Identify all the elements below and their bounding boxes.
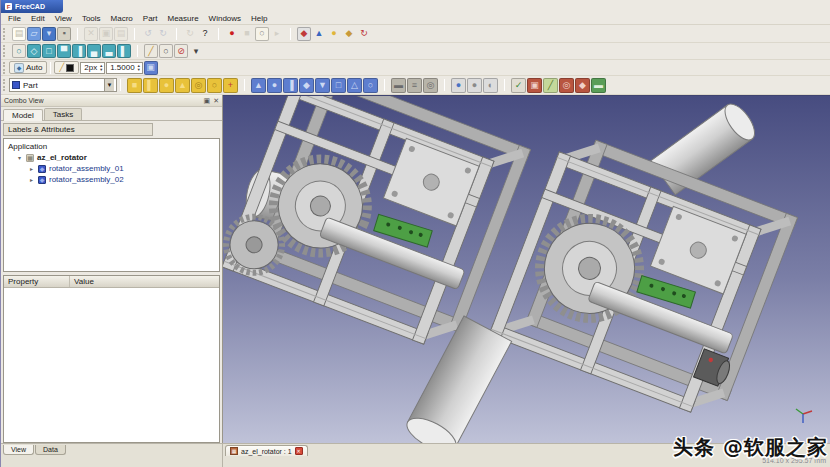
- part-ruled-surface-icon[interactable]: □: [331, 78, 346, 93]
- labels-attributes-header[interactable]: Labels & Attributes: [3, 123, 153, 136]
- box-zoom-icon[interactable]: ○: [159, 44, 173, 58]
- tree-item-assembly-02[interactable]: ▸ ◆ rotator_assembly_02: [4, 174, 219, 185]
- part-tube-icon[interactable]: ○: [207, 78, 222, 93]
- document-tab[interactable]: ▦ az_el_rotator : 1 ✕: [225, 445, 308, 456]
- part-box-icon[interactable]: ■: [127, 78, 142, 93]
- view-rear-icon[interactable]: ▄: [87, 44, 101, 58]
- copy-icon[interactable]: ▣: [99, 27, 113, 41]
- part-fillet-icon[interactable]: ◆: [299, 78, 314, 93]
- menu-part[interactable]: Part: [139, 13, 162, 24]
- reload-document-icon[interactable]: ↻: [357, 27, 371, 41]
- toolbar-grip[interactable]: [3, 62, 6, 74]
- convert-shape-icon[interactable]: ◆: [575, 78, 590, 93]
- macro-edit-icon[interactable]: ○: [255, 27, 269, 41]
- collapse-arrow-icon[interactable]: ▾: [16, 154, 23, 161]
- workbench-selector[interactable]: Part ▼: [9, 78, 117, 92]
- macro-play-icon[interactable]: ▸: [270, 27, 284, 41]
- line-color-button[interactable]: ╱: [54, 61, 79, 74]
- shape-check-icon[interactable]: ◆: [297, 27, 311, 41]
- new-file-icon[interactable]: ▤: [12, 27, 26, 41]
- tab-view[interactable]: View: [3, 445, 34, 455]
- menu-windows[interactable]: Windows: [205, 13, 245, 24]
- part-offset-icon[interactable]: ◎: [423, 78, 438, 93]
- clipping-plane-icon[interactable]: ⊘: [174, 44, 188, 58]
- view-front-icon[interactable]: □: [42, 44, 56, 58]
- toolbar-grip[interactable]: [3, 79, 6, 91]
- view-fit-all-icon[interactable]: ○: [12, 44, 26, 58]
- measure-distance-icon[interactable]: ╱: [144, 44, 158, 58]
- tree-root-application[interactable]: Application: [4, 141, 219, 152]
- redo-icon[interactable]: ↻: [156, 27, 170, 41]
- expand-arrow-icon[interactable]: ▸: [28, 176, 35, 183]
- tree-item-assembly-01[interactable]: ▸ ◆ rotator_assembly_01: [4, 163, 219, 174]
- spinner-arrows-icon[interactable]: ▲▼: [137, 64, 141, 72]
- menu-tools[interactable]: Tools: [78, 13, 105, 24]
- undo-icon[interactable]: ↺: [141, 27, 155, 41]
- view-left-icon[interactable]: ▌: [117, 44, 131, 58]
- print-icon[interactable]: ▪: [57, 27, 71, 41]
- toolbar-grip[interactable]: [3, 45, 6, 57]
- auto-snap-button[interactable]: ◆ Auto: [9, 61, 47, 74]
- menu-view[interactable]: View: [51, 13, 76, 24]
- apply-style-icon[interactable]: ▣: [144, 61, 158, 75]
- view-bottom-icon[interactable]: ▃: [102, 44, 116, 58]
- menu-edit[interactable]: Edit: [27, 13, 49, 24]
- close-tab-icon[interactable]: ✕: [295, 447, 303, 455]
- view-right-icon[interactable]: ▐: [72, 44, 86, 58]
- shape-builder-icon[interactable]: +: [223, 78, 238, 93]
- property-column-header[interactable]: Property: [4, 276, 70, 287]
- part-chamfer-icon[interactable]: ▼: [315, 78, 330, 93]
- defeaturing-icon[interactable]: ▣: [527, 78, 542, 93]
- chevron-down-icon[interactable]: ▼: [104, 79, 114, 91]
- tree-item-document[interactable]: ▾ ▦ az_el_rotator: [4, 152, 219, 163]
- edit-shape-icon[interactable]: ╱: [543, 78, 558, 93]
- check-geometry-icon[interactable]: ✓: [511, 78, 526, 93]
- save-icon[interactable]: ▾: [42, 27, 56, 41]
- sphere-quick-icon[interactable]: ●: [327, 27, 341, 41]
- spinner-arrows-icon[interactable]: ▲▼: [99, 64, 103, 72]
- refresh-icon[interactable]: ↻: [183, 27, 197, 41]
- expand-arrow-icon[interactable]: ▸: [28, 165, 35, 172]
- tab-data[interactable]: Data: [35, 445, 66, 455]
- tab-model[interactable]: Model: [3, 109, 43, 121]
- part-revolve-icon[interactable]: ●: [267, 78, 282, 93]
- part-section-icon[interactable]: ▬: [391, 78, 406, 93]
- part-sweep-icon[interactable]: ○: [363, 78, 378, 93]
- part-torus-icon[interactable]: ◎: [191, 78, 206, 93]
- dock-pin-icon[interactable]: ▣: [204, 97, 211, 105]
- view-axonometric-icon[interactable]: ◇: [27, 44, 41, 58]
- menu-measure[interactable]: Measure: [163, 13, 202, 24]
- cut-icon[interactable]: ✕: [84, 27, 98, 41]
- macro-stop-icon[interactable]: ■: [240, 27, 254, 41]
- open-folder-icon[interactable]: ▱: [27, 27, 41, 41]
- toolbar-grip[interactable]: [3, 28, 6, 40]
- part-mirror-icon[interactable]: ▐: [283, 78, 298, 93]
- line-width-select[interactable]: 2px ▲▼: [80, 62, 105, 74]
- part-union-icon[interactable]: ●: [467, 78, 482, 93]
- tab-tasks[interactable]: Tasks: [44, 108, 82, 120]
- part-extrude-icon[interactable]: ▲: [251, 78, 266, 93]
- value-column-header[interactable]: Value: [70, 276, 219, 287]
- close-icon[interactable]: ✕: [213, 97, 219, 105]
- export-shape-icon[interactable]: ▬: [591, 78, 606, 93]
- axonometric-tool-icon[interactable]: ◆: [342, 27, 356, 41]
- menu-help[interactable]: Help: [247, 13, 271, 24]
- view-top-icon[interactable]: ▀: [57, 44, 71, 58]
- refine-shape-icon[interactable]: ◎: [559, 78, 574, 93]
- part-sphere-icon[interactable]: ●: [159, 78, 174, 93]
- 3d-viewport[interactable]: [223, 95, 830, 443]
- menu-file[interactable]: File: [4, 13, 25, 24]
- macro-record-icon[interactable]: ●: [225, 27, 239, 41]
- part-cross-sections-icon[interactable]: ≡: [407, 78, 422, 93]
- extrude-quick-icon[interactable]: ▲: [312, 27, 326, 41]
- part-boolean-icon[interactable]: ●: [451, 78, 466, 93]
- scale-spinbox[interactable]: 1.5000 ▲▼: [106, 62, 142, 74]
- more-options-icon[interactable]: ▾: [189, 44, 203, 58]
- whats-this-icon[interactable]: ?: [198, 27, 212, 41]
- part-cylinder-icon[interactable]: ▌: [143, 78, 158, 93]
- part-cone-icon[interactable]: ▲: [175, 78, 190, 93]
- paste-icon[interactable]: ▤: [114, 27, 128, 41]
- part-loft-icon[interactable]: △: [347, 78, 362, 93]
- menu-macro[interactable]: Macro: [107, 13, 137, 24]
- part-cut-icon[interactable]: ◐: [483, 78, 498, 93]
